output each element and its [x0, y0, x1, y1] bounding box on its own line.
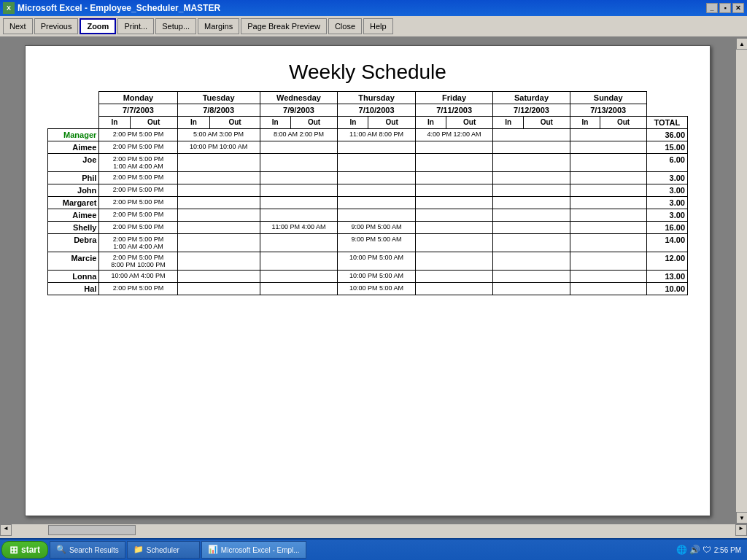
table-row: Manager2:00 PM 5:00 PM5:00 AM 3:00 PM8:0…	[48, 129, 688, 141]
horizontal-scrollbar[interactable]: ◄ ►	[0, 524, 747, 535]
total-cell: 14.00	[646, 234, 687, 252]
print-button[interactable]: Print...	[117, 18, 154, 34]
schedule-cell-thu: 10:00 PM 5:00 AM	[338, 271, 416, 283]
schedule-cell-sun	[570, 283, 646, 295]
schedule-cell-tue: 10:00 PM 10:00 AM	[177, 141, 260, 154]
previous-button[interactable]: Previous	[34, 18, 79, 34]
thursday-date: 7/10/2003	[338, 104, 416, 117]
schedule-cell-wed	[260, 234, 338, 252]
total-spacer2	[646, 104, 687, 117]
schedule-cell-mon: 2:00 PM 5:00 PM	[99, 172, 177, 184]
tue-out: Out	[210, 117, 260, 129]
close-toolbar-button[interactable]: Close	[328, 18, 362, 34]
schedule-cell-fri	[415, 222, 493, 234]
schedule-cell-tue	[177, 184, 260, 197]
schedule-cell-fri	[415, 209, 493, 222]
employee-name: Aimee	[48, 209, 99, 222]
schedule-cell-tue	[177, 234, 260, 252]
minimize-button[interactable]: _	[706, 3, 718, 13]
close-button[interactable]: ✕	[732, 3, 744, 13]
vertical-scrollbar[interactable]: ▲ ▼	[735, 38, 747, 524]
total-cell: 16.00	[646, 222, 687, 234]
table-row: Hal2:00 PM 5:00 PM10:00 PM 5:00 AM10.00	[48, 283, 688, 295]
next-button[interactable]: Next	[3, 18, 33, 34]
network-icon: 🌐	[676, 545, 687, 555]
schedule-cell-sat	[493, 209, 570, 222]
sunday-header: Sunday	[570, 92, 646, 104]
employee-name: Marcie	[48, 252, 99, 271]
schedule-cell-mon: 10:00 AM 4:00 PM	[99, 271, 177, 283]
schedule-cell-thu: 11:00 AM 8:00 PM	[338, 129, 416, 141]
schedule-cell-sun	[570, 271, 646, 283]
margins-button[interactable]: Margins	[198, 18, 239, 34]
sat-in: In	[493, 117, 524, 129]
excel-label: Microsoft Excel - Empl...	[221, 546, 300, 554]
schedule-cell-mon: 2:00 PM 5:00 PM	[99, 209, 177, 222]
page-area[interactable]: Weekly Schedule Monday Tuesday Wednesday…	[0, 38, 735, 524]
window-title: Microsoft Excel - Employee_Scheduler_MAS…	[18, 3, 703, 13]
schedule-cell-sat	[493, 271, 570, 283]
wednesday-date: 7/9/2003	[260, 104, 338, 117]
table-row: Joe2:00 PM 5:00 PM1:00 AM 4:00 AM6.00	[48, 154, 688, 172]
total-cell: 12.00	[646, 252, 687, 271]
restore-button[interactable]: ▪	[719, 3, 731, 13]
schedule-cell-thu	[338, 184, 416, 197]
zoom-button[interactable]: Zoom	[80, 18, 116, 34]
schedule-cell-sat	[493, 252, 570, 271]
tuesday-header: Tuesday	[177, 92, 260, 104]
schedule-cell-mon: 2:00 PM 5:00 PM	[99, 283, 177, 295]
schedule-cell-wed	[260, 283, 338, 295]
schedule-cell-tue	[177, 222, 260, 234]
taskbar-excel[interactable]: 📊 Microsoft Excel - Empl...	[201, 541, 306, 559]
total-cell: 15.00	[646, 141, 687, 154]
schedule-cell-thu: 10:00 PM 5:00 AM	[338, 283, 416, 295]
total-cell: 10.00	[646, 283, 687, 295]
mon-out: Out	[130, 117, 177, 129]
schedule-cell-sat	[493, 283, 570, 295]
scroll-down-button[interactable]: ▼	[736, 512, 747, 524]
table-row: Shelly2:00 PM 5:00 PM11:00 PM 4:00 AM9:0…	[48, 222, 688, 234]
taskbar-scheduler[interactable]: 📁 Scheduler	[127, 541, 200, 559]
help-button[interactable]: Help	[363, 18, 393, 34]
friday-header: Friday	[415, 92, 493, 104]
total-spacer	[646, 92, 687, 104]
scroll-track[interactable]	[736, 50, 747, 512]
schedule-cell-thu: 10:00 PM 5:00 AM	[338, 252, 416, 271]
window-controls: _ ▪ ✕	[706, 3, 744, 13]
page-break-preview-button[interactable]: Page Break Preview	[241, 18, 327, 34]
schedule-cell-sun	[570, 129, 646, 141]
table-row: Lonna10:00 AM 4:00 PM10:00 PM 5:00 AM13.…	[48, 271, 688, 283]
schedule-cell-mon: 2:00 PM 5:00 PM	[99, 141, 177, 154]
schedule-cell-fri	[415, 234, 493, 252]
scroll-right-button[interactable]: ►	[735, 524, 747, 536]
thu-in: In	[338, 117, 368, 129]
schedule-cell-wed	[260, 141, 338, 154]
schedule-cell-sun	[570, 141, 646, 154]
schedule-cell-sat	[493, 184, 570, 197]
hscroll-thumb[interactable]	[48, 525, 136, 535]
setup-button[interactable]: Setup...	[155, 18, 196, 34]
schedule-cell-sun	[570, 234, 646, 252]
total-cell: 3.00	[646, 209, 687, 222]
hscroll-track[interactable]	[12, 524, 735, 536]
schedule-cell-wed: 8:00 AM 2:00 PM	[260, 129, 338, 141]
schedule-cell-sat	[493, 129, 570, 141]
scroll-up-button[interactable]: ▲	[736, 38, 747, 50]
schedule-cell-thu: 9:00 PM 5:00 AM	[338, 234, 416, 252]
table-row: Debra2:00 PM 5:00 PM1:00 AM 4:00 AM9:00 …	[48, 234, 688, 252]
saturday-header: Saturday	[493, 92, 570, 104]
schedule-cell-thu	[338, 172, 416, 184]
start-button[interactable]: ⊞ start	[1, 541, 48, 559]
schedule-cell-tue	[177, 283, 260, 295]
start-label: start	[21, 545, 40, 555]
schedule-cell-mon: 2:00 PM 5:00 PM1:00 AM 4:00 AM	[99, 154, 177, 172]
employee-name: Aimee	[48, 141, 99, 154]
total-cell: 6.00	[646, 154, 687, 172]
tuesday-date: 7/8/2003	[177, 104, 260, 117]
schedule-cell-fri	[415, 184, 493, 197]
scroll-left-button[interactable]: ◄	[0, 524, 12, 536]
schedule-cell-fri	[415, 172, 493, 184]
schedule-cell-fri: 4:00 PM 12:00 AM	[415, 129, 493, 141]
employee-name: Margaret	[48, 197, 99, 209]
taskbar-search-results[interactable]: 🔍 Search Results	[50, 541, 125, 559]
